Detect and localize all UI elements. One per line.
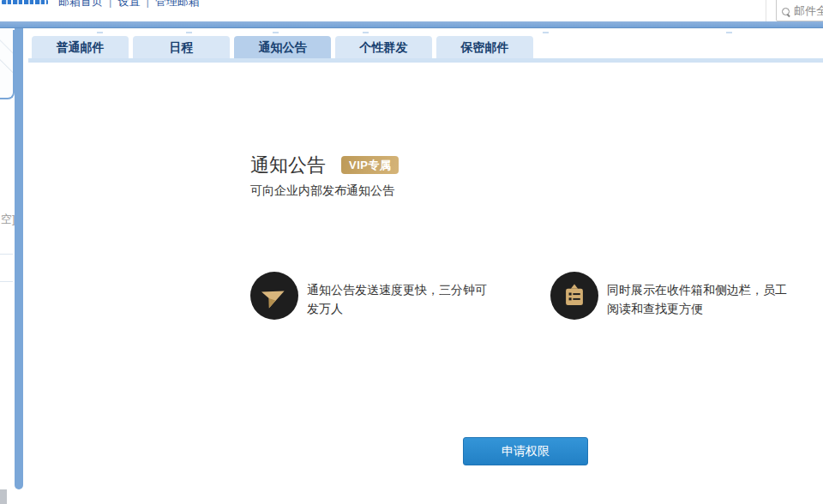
mail-search-box[interactable] [776,0,823,21]
nav-separator: | [146,0,148,8]
feature-icon-circle [250,272,298,320]
tab-top-mark [186,32,192,33]
search-icon [782,8,791,17]
nav-separator: | [109,0,111,8]
page-subtitle: 可向企业内部发布通知公告 [250,183,394,199]
page-title: 通知公告 [250,153,326,178]
apply-permission-button[interactable]: 申请权限 [463,437,588,465]
tab-top-mark [543,32,549,33]
sidebar-divider [0,281,13,282]
tab-normal-mail[interactable]: 普通邮件 [32,36,129,58]
header-divider [766,0,766,22]
tab-notice[interactable]: 通知公告 [234,36,331,58]
tab-top-mark [273,32,279,33]
tab-top-mark [726,32,732,33]
bottom-left-strip [0,489,7,504]
tab-bar-underline [28,58,823,63]
tab-schedule[interactable]: 日程 [133,36,230,58]
tab-confidential-mail[interactable]: 保密邮件 [436,36,533,58]
header-nav: 邮箱首页|设置|管理邮箱 [58,0,200,9]
tab-top-mark [97,32,103,33]
feature-icon-circle [550,272,598,320]
nav-link-manage-mailbox[interactable]: 管理邮箱 [155,0,200,8]
compose-tab-bar: 普通邮件 日程 通知公告 个性群发 保密邮件 [32,36,538,58]
nav-link-settings[interactable]: 设置 [117,0,140,8]
tab-top-mark [363,32,369,33]
mail-client-window: 邮箱首页|设置|管理邮箱 空] 普通邮件 日程 通知公告 个性群发 保密邮件 通… [0,0,823,504]
top-blue-band [0,21,823,28]
mail-logo [2,0,48,4]
bulletin-board-icon [562,284,586,308]
search-input[interactable] [794,4,823,17]
vip-badge: VIP专属 [341,156,399,174]
tab-personal-mass-send[interactable]: 个性群发 [335,36,432,58]
sidebar-partial-text: 空] [1,212,15,227]
sidebar-blue-rail [15,28,23,489]
sidebar-divider [0,254,13,255]
nav-link-mail-home[interactable]: 邮箱首页 [58,0,103,8]
feature-text: 同时展示在收件箱和侧边栏，员工阅读和查找更方便 [607,280,794,318]
sidebar-top-panel [0,30,15,99]
paper-plane-icon [258,279,290,311]
feature-text: 通知公告发送速度更快，三分钟可发万人 [307,280,494,318]
